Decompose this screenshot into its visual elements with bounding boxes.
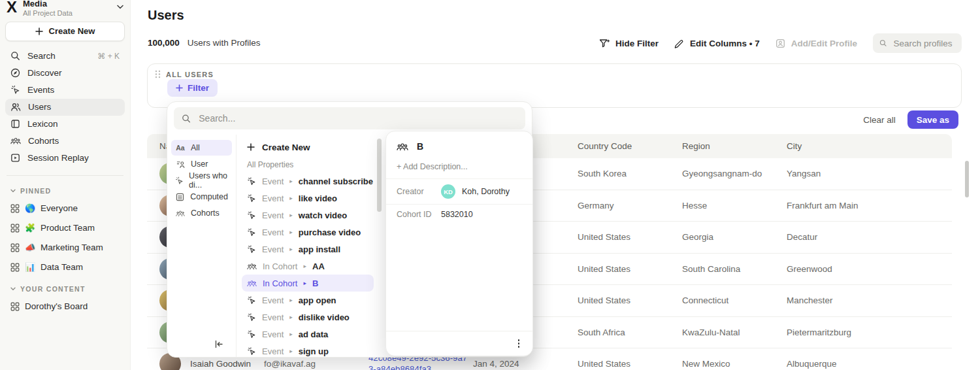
project-name: Media	[23, 0, 111, 9]
sidebar-item-label: Search	[27, 51, 56, 61]
chevron-down-icon	[10, 189, 16, 193]
creator-row: Creator KD Koh, Dorothy	[386, 178, 532, 204]
caret-icon: ▸	[289, 314, 293, 320]
sidebar-board-marketing-team[interactable]: 📣 Marketing Team	[5, 238, 125, 258]
caret-icon: ▸	[289, 195, 293, 201]
creator-label: Creator	[397, 187, 434, 196]
sidebar-item-users[interactable]: Users	[5, 99, 125, 116]
event-icon	[175, 177, 184, 185]
add-edit-profile-button[interactable]: Add/Edit Profile	[776, 39, 857, 48]
search-profiles-input[interactable]	[892, 38, 955, 49]
sidebar-item-label: Events	[27, 85, 54, 95]
profile-icon	[776, 39, 785, 48]
cell-city: Decatur	[787, 232, 952, 242]
property-item-app-install[interactable]: Event▸app install	[242, 241, 374, 258]
board-icon	[10, 243, 20, 252]
board-icon	[10, 302, 20, 311]
column-header-city[interactable]: City	[787, 141, 952, 151]
create-new-button[interactable]: Create New	[5, 22, 125, 41]
your-content-section-header[interactable]: YOUR CONTENT	[5, 282, 125, 297]
add-filter-button[interactable]: Filter	[167, 79, 218, 97]
cell-city: Manchester	[787, 295, 952, 305]
property-item-watch-video[interactable]: Event▸watch video	[242, 207, 374, 224]
user-icon	[175, 160, 186, 169]
property-item-sign-up[interactable]: Event▸sign up	[242, 343, 374, 360]
sidebar-divider	[7, 175, 123, 176]
property-item-in-cohort-aa[interactable]: In Cohort▸AA	[242, 258, 374, 275]
cell-country: United States	[578, 232, 682, 242]
creator-name: Koh, Dorothy	[462, 187, 510, 196]
event-icon	[247, 245, 256, 254]
project-switcher[interactable]: X Media All Project Data	[5, 0, 125, 18]
property-item-channel-subscribe[interactable]: Event▸channel subscribe	[242, 173, 374, 190]
lexicon-icon	[10, 119, 20, 129]
drag-handle-icon[interactable]	[155, 70, 161, 78]
save-as-button[interactable]: Save as	[907, 110, 958, 129]
caret-icon: ▸	[289, 297, 293, 303]
sidebar-item-session-replay[interactable]: Session Replay	[5, 150, 125, 167]
sidebar-board-everyone[interactable]: 🌎 Everyone	[5, 199, 125, 218]
sidebar-item-discover[interactable]: Discover	[5, 65, 125, 82]
profile-count: 100,000	[148, 38, 180, 48]
category-cohorts[interactable]: Cohorts	[171, 205, 232, 221]
more-options-icon[interactable]	[515, 337, 523, 350]
sidebar-item-search[interactable]: Search ⌘ + K	[5, 48, 125, 65]
board-icon	[10, 263, 20, 272]
sidebar-item-cohorts[interactable]: Cohorts	[5, 133, 125, 150]
filter-icon	[599, 39, 610, 48]
section-header-all-properties: All Properties	[242, 157, 384, 173]
hide-filter-button[interactable]: Hide Filter	[599, 39, 659, 48]
column-header-region[interactable]: Region	[682, 141, 787, 151]
filter-group-label: ALL USERS	[166, 71, 214, 78]
add-description-button[interactable]: + Add Description...	[386, 158, 532, 178]
create-new-label: Create New	[49, 26, 95, 36]
cohort-id-row: Cohort ID 5832010	[386, 204, 532, 224]
property-item-ad-data[interactable]: Event▸ad data	[242, 326, 374, 343]
cell-city: Albuquerque	[787, 359, 952, 369]
collapse-panel-icon[interactable]	[214, 340, 223, 348]
dropdown-search-input[interactable]	[197, 112, 517, 124]
cohort-title: B	[417, 141, 423, 152]
globe-emoji: 🌎	[25, 203, 35, 213]
edit-columns-button[interactable]: Edit Columns • 7	[674, 39, 760, 48]
property-item-app-open[interactable]: Event▸app open	[242, 292, 374, 309]
project-logo: X	[7, 0, 17, 16]
property-item-in-cohort-b[interactable]: In Cohort▸B	[242, 275, 374, 292]
cell-country: United States	[578, 295, 682, 305]
board-icon	[10, 204, 20, 213]
sidebar-board-product-team[interactable]: 🧩 Product Team	[5, 218, 125, 238]
dropdown-search-box[interactable]	[174, 107, 525, 129]
sidebar-board-dorothys-board[interactable]: Dorothy's Board	[5, 297, 125, 316]
project-subtitle: All Project Data	[23, 9, 111, 18]
caret-icon: ▸	[289, 178, 293, 184]
pencil-icon	[674, 39, 684, 48]
clear-all-button[interactable]: Clear all	[863, 115, 896, 125]
page-title: Users	[148, 8, 184, 23]
property-item-like-video[interactable]: Event▸like video	[242, 190, 374, 207]
table-scrollbar[interactable]	[965, 161, 969, 197]
category-users-who-did[interactable]: Users who di...	[171, 173, 232, 188]
event-icon	[247, 228, 256, 237]
search-profiles-box[interactable]	[873, 33, 962, 53]
category-all[interactable]: Aa All	[171, 140, 232, 156]
chevron-down-icon	[10, 287, 16, 291]
cell-country: United States	[578, 264, 682, 274]
puzzle-emoji: 🧩	[25, 223, 35, 233]
text-icon: Aa	[175, 144, 186, 152]
category-computed[interactable]: Computed	[171, 189, 232, 205]
sidebar-item-events[interactable]: Events	[5, 82, 125, 99]
property-item-dislike-video[interactable]: Event▸dislike video	[242, 309, 374, 326]
cell-region: Georgia	[682, 232, 787, 242]
dropdown-scrollbar[interactable]	[377, 139, 382, 212]
property-item-purchase-video[interactable]: Event▸purchase video	[242, 224, 374, 241]
cell-country: South Africa	[578, 328, 682, 337]
dropdown-create-new[interactable]: Create New	[242, 137, 384, 157]
column-header-country-code[interactable]: Country Code	[578, 141, 682, 151]
search-icon	[879, 39, 887, 48]
sidebar-board-data-team[interactable]: 📊 Data Team	[5, 258, 125, 277]
category-user[interactable]: User	[171, 156, 232, 172]
dropdown-results-list: Create New All Properties Event▸channel …	[237, 135, 384, 357]
sidebar-item-lexicon[interactable]: Lexicon	[5, 116, 125, 133]
pinned-section-header[interactable]: PINNED	[5, 184, 125, 199]
cohort-id-value: 5832010	[441, 210, 473, 219]
